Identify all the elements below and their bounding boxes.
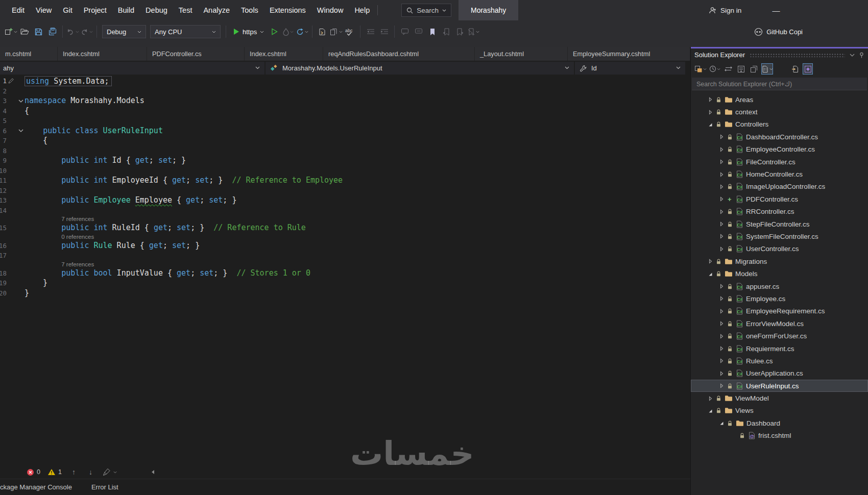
tab-package-manager-console[interactable]: ckage Manager Console [0,483,72,491]
solution-configuration-dropdown[interactable]: Debug [102,25,146,38]
tree-item-oneformforuser-cs[interactable]: C#oneFormForUser.cs [691,330,868,342]
expand-arrow-icon[interactable] [708,396,713,401]
warning-indicator[interactable]: 1 [47,468,62,476]
document-tab-m-cshtml-0[interactable]: m.cshtml [0,47,58,61]
expand-arrow-icon[interactable] [719,184,724,189]
tree-item-appuser-cs[interactable]: C#appuser.cs [691,280,868,292]
menu-tools[interactable]: Tools [235,0,264,20]
save-all-button[interactable] [45,25,59,38]
redo-button[interactable] [80,25,93,38]
solution-explorer-search[interactable]: Search Solution Explorer (Ctrl+ك) [692,78,867,90]
previous-bookmark-button[interactable] [439,25,453,38]
expand-arrow-icon[interactable] [708,97,713,102]
solution-platform-dropdown[interactable]: Any CPU [150,25,221,38]
codelens-references[interactable]: 7 references [0,261,690,268]
menu-window[interactable]: Window [311,0,349,20]
tree-item-imageuploadcontroller-cs[interactable]: C#ImageUploadController.cs [691,181,868,193]
tree-item-frist-cshtml[interactable]: @frist.cshtml [691,430,868,442]
collapse-arrow-icon[interactable] [719,420,724,426]
tree-item-rulee-cs[interactable]: C#Rulee.cs [691,355,868,367]
window-menu-icon[interactable] [850,54,855,57]
menu-view[interactable]: View [30,0,57,20]
collapse-arrow-icon[interactable] [708,408,713,413]
spell-check-button[interactable]: abc [343,25,357,38]
tree-item-models[interactable]: Models [691,267,868,280]
comment-button[interactable] [398,25,412,38]
navigate-documents-button[interactable] [329,25,343,38]
tree-item-dashboard[interactable]: Dashboard [691,417,868,429]
expand-arrow-icon[interactable] [719,172,724,177]
expand-arrow-icon[interactable] [719,346,724,351]
tree-item-viewmodel[interactable]: ViewModel [691,392,868,404]
expand-arrow-icon[interactable] [719,147,724,152]
expand-arrow-icon[interactable] [719,383,724,388]
tree-item-pdfcontroller-cs[interactable]: +C#PDFController.cs [691,193,868,205]
open-file-button[interactable] [18,25,32,38]
expand-arrow-icon[interactable] [708,110,713,115]
solution-explorer-header[interactable]: Solution Explorer [691,48,868,61]
document-tab-index-cshtml-1[interactable]: Index.cshtml [58,47,147,61]
tree-item-filecontroller-cs[interactable]: C#FileController.cs [691,156,868,168]
document-tab-index-cshtml-3[interactable]: Index.cshtml [245,47,323,61]
solution-name[interactable]: Morashahy [459,0,518,20]
code-cleanup-button[interactable] [103,468,117,476]
previous-issue-button[interactable]: ↑ [69,468,79,476]
minimize-button[interactable]: — [767,0,785,20]
expand-arrow-icon[interactable] [719,209,724,214]
tree-item-requierment-cs[interactable]: C#Requierment.cs [691,342,868,355]
tree-item-errorviewmodel-cs[interactable]: C#ErrorViewModel.cs [691,317,868,330]
restart-application-button[interactable] [295,25,309,38]
decrease-indent-button[interactable] [364,25,377,38]
tree-item-employeerequirement-cs[interactable]: C#EmployeeRequirement.cs [691,305,868,317]
tree-item-dashboardcontroller-cs[interactable]: C#DashboardController.cs [691,131,868,143]
preview-selected-items-button[interactable] [803,63,813,75]
increase-indent-button[interactable] [377,25,391,38]
expand-arrow-icon[interactable] [719,371,724,376]
tree-item-stepfilecontroller-cs[interactable]: C#StepFileController.cs [691,218,868,230]
sync-with-active-document-button[interactable] [790,63,800,75]
tree-item-controllers[interactable]: Controllers [691,118,868,131]
tree-item-usercontroller-cs[interactable]: C#UserController.cs [691,243,868,255]
document-tab-reqandrulesdashboard-cshtml-4[interactable]: reqAndRulesDashboard.cshtml [323,47,475,61]
toggle-bookmark-button[interactable] [425,25,439,38]
tree-item-userapplication-cs[interactable]: C#UserApplication.cs [691,367,868,380]
menu-analyze[interactable]: Analyze [198,0,235,20]
fold-toggle[interactable] [17,126,25,136]
expand-arrow-icon[interactable] [719,221,724,227]
collapse-all-button[interactable] [736,63,746,75]
expand-arrow-icon[interactable] [719,134,724,139]
next-issue-button[interactable]: ↓ [86,468,95,476]
menu-debug[interactable]: Debug [140,0,173,20]
document-tab-pdfcontroller-cs-2[interactable]: PDFController.cs [147,47,245,61]
tree-item-context[interactable]: context [691,106,868,118]
menu-edit[interactable]: Edit [6,0,30,20]
expand-arrow-icon[interactable] [708,259,713,264]
sync-selection-button[interactable] [723,63,733,75]
menu-git[interactable]: Git [57,0,78,20]
tree-item-rrcontroller-cs[interactable]: C#RRController.cs [691,206,868,218]
expand-arrow-icon[interactable] [719,309,724,314]
save-button[interactable] [32,25,45,38]
pending-changes-filter-button[interactable] [709,63,720,75]
next-bookmark-button[interactable] [453,25,467,38]
menu-project[interactable]: Project [78,0,112,20]
expand-arrow-icon[interactable] [719,334,724,339]
collapse-arrow-icon[interactable] [708,271,713,277]
expand-arrow-icon[interactable] [719,358,724,363]
undo-button[interactable] [66,25,80,38]
tree-item-systemfilecontroller-cs[interactable]: C#SystemFileController.cs [691,230,868,242]
tree-item-userruleinput-cs[interactable]: C#UserRuleInput.cs [691,380,868,392]
show-all-files-button[interactable] [761,63,773,75]
document-tab-layout-cshtml-5[interactable]: _Layout.cshtml [475,47,568,61]
title-search[interactable]: Search [401,4,451,17]
uncomment-button[interactable] [412,25,425,38]
expand-arrow-icon[interactable] [719,321,724,326]
expand-arrow-icon[interactable] [719,159,724,164]
tree-item-areas[interactable]: Areas [691,93,868,106]
fold-toggle[interactable] [17,96,25,106]
codelens-references[interactable]: 7 references [0,215,690,223]
menu-build[interactable]: Build [112,0,140,20]
expand-arrow-icon[interactable] [719,234,724,239]
start-without-debugging-button[interactable] [268,25,281,38]
fold-collapse-icon[interactable] [18,99,23,103]
